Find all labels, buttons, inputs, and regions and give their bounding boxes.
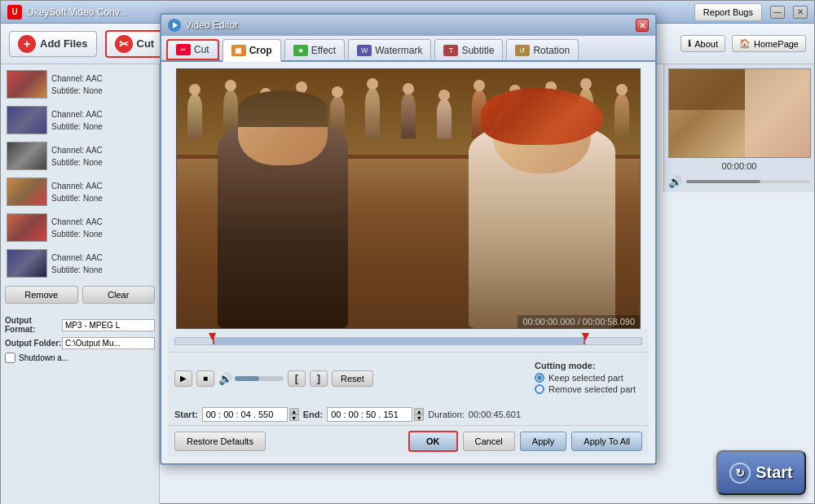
cancel-button[interactable]: Cancel xyxy=(463,432,515,451)
tab-cut[interactable]: ✂ Cut xyxy=(166,39,219,60)
video-time-display: 00:00:00.000 / 00:00:58.090 xyxy=(518,315,640,328)
cut-button[interactable]: ✂ Cut xyxy=(105,30,165,58)
tab-rotation[interactable]: ↺ Rotation xyxy=(506,39,579,60)
duration-value: 00:00:45.601 xyxy=(469,410,521,419)
person-6 xyxy=(365,88,380,138)
start-up-arrow[interactable]: ▲ xyxy=(289,408,299,414)
shutdown-label: Shutdown a... xyxy=(19,353,68,362)
tab-effect[interactable]: ★ Effect xyxy=(284,39,345,60)
output-folder-row: Output Folder: C:\Output Mu... xyxy=(5,337,155,349)
ok-button[interactable]: OK xyxy=(408,431,458,452)
volume-ctrl-slider[interactable] xyxy=(235,376,284,381)
reset-button[interactable]: Reset xyxy=(332,370,373,387)
subtitle-info: Subtitle: None xyxy=(51,228,103,240)
video-editor-dialog: Video Editor ✕ ✂ Cut ▣ Crop ★ Effect W W… xyxy=(160,13,657,465)
play-button[interactable]: ▶ xyxy=(174,370,192,387)
dialog-icon xyxy=(168,19,181,32)
video-preview: 00:00:00.000 / 00:00:58.090 xyxy=(176,68,641,329)
tab-crop-label: Crop xyxy=(249,45,272,56)
end-time-input[interactable]: 00 : 00 : 50 . 151 xyxy=(327,407,412,422)
mark-in-button[interactable]: [ xyxy=(288,370,306,387)
homepage-button[interactable]: 🏠 HomePage xyxy=(732,35,806,52)
person-13 xyxy=(615,94,629,138)
start-time-input[interactable]: 00 : 00 : 04 . 550 xyxy=(202,407,288,422)
output-folder-label: Output Folder: xyxy=(5,339,62,348)
end-time-field: 00 : 00 : 50 . 151 ▲ ▼ xyxy=(327,407,424,422)
subtitle-info: Subtitle: None xyxy=(51,85,103,97)
file-thumbnail xyxy=(7,106,47,134)
add-files-label: Add Files xyxy=(40,37,88,50)
dialog-tabs: ✂ Cut ▣ Crop ★ Effect W Watermark T Subt… xyxy=(161,36,655,62)
file-list-panel: Channel: AAC Subtitle: None Channel: AAC… xyxy=(1,64,160,504)
volume-ctrl-icon: 🔊 xyxy=(218,372,232,385)
right-toolbar: Report Bugs — ✕ xyxy=(694,3,808,21)
output-format-row: Output Format: MP3 - MPEG L xyxy=(5,316,155,334)
preview-video xyxy=(668,68,811,158)
end-down-arrow[interactable]: ▼ xyxy=(414,414,424,421)
remove-selected-radio[interactable] xyxy=(535,384,544,394)
rose-head xyxy=(493,92,591,173)
volume-slider[interactable] xyxy=(686,180,810,183)
end-time-value: 00 : 00 : 50 . 151 xyxy=(331,410,399,419)
channel-info: Channel: AAC xyxy=(51,72,103,85)
cut-icon: ✂ xyxy=(115,35,133,53)
restore-defaults-button[interactable]: Restore Defaults xyxy=(174,432,266,451)
start-down-arrow[interactable]: ▼ xyxy=(289,414,299,421)
start-time-value: 00 : 00 : 04 . 550 xyxy=(206,410,274,419)
remove-button[interactable]: Remove xyxy=(5,286,78,304)
crop-tab-icon: ▣ xyxy=(231,45,246,56)
timeline-area: ▼ ▼ xyxy=(168,329,649,352)
keep-selected-row: Keep selected part xyxy=(535,373,636,383)
file-thumbnail xyxy=(7,249,47,278)
person-8 xyxy=(437,99,452,138)
volume-fill xyxy=(686,180,760,183)
file-info: Channel: AAC Subtitle: None xyxy=(51,144,103,169)
dialog-body: 00:00:00.000 / 00:00:58.090 ▼ ▼ ▶ ■ 🔊 xyxy=(161,62,655,463)
output-folder-value[interactable]: C:\Output Mu... xyxy=(62,337,155,349)
end-time-spinner[interactable]: ▲ ▼ xyxy=(414,408,424,421)
main-app: U UkeySoft Video Conv... Report Bugs — ✕… xyxy=(0,0,815,504)
shutdown-checkbox[interactable] xyxy=(5,353,15,363)
preview-time: 00:00:00 xyxy=(668,161,810,171)
tab-effect-label: Effect xyxy=(311,45,336,56)
channel-info: Channel: AAC xyxy=(51,180,103,192)
end-label: End: xyxy=(303,410,323,419)
start-label: Start xyxy=(756,463,793,482)
app-icon: U xyxy=(7,5,22,20)
tab-watermark[interactable]: W Watermark xyxy=(348,39,431,60)
tab-cut-label: Cut xyxy=(194,44,209,55)
clear-button[interactable]: Clear xyxy=(82,286,156,304)
rose-hair xyxy=(481,88,603,145)
tab-subtitle-label: Subtitle xyxy=(461,45,494,56)
file-list-buttons: Remove Clear xyxy=(5,286,155,304)
keep-selected-radio[interactable] xyxy=(535,373,544,383)
volume-row: 🔊 xyxy=(668,175,810,188)
volume-ctrl-fill xyxy=(235,376,259,381)
stop-button[interactable]: ■ xyxy=(196,370,214,387)
rose-container xyxy=(469,92,615,328)
start-button[interactable]: ↻ Start xyxy=(716,450,806,495)
output-settings: Output Format: MP3 - MPEG L Output Folde… xyxy=(5,316,155,363)
person-1 xyxy=(187,94,202,138)
tab-crop[interactable]: ▣ Crop xyxy=(222,39,281,62)
output-format-value[interactable]: MP3 - MPEG L xyxy=(62,319,155,331)
start-time-spinner[interactable]: ▲ ▼ xyxy=(289,408,299,421)
tab-subtitle[interactable]: T Subtitle xyxy=(434,39,503,60)
timeline-bar[interactable]: ▼ ▼ xyxy=(174,337,642,345)
jack-container xyxy=(218,92,348,328)
file-info: Channel: AAC Subtitle: None xyxy=(51,180,103,204)
end-up-arrow[interactable]: ▲ xyxy=(414,408,424,414)
close-button[interactable]: ✕ xyxy=(793,6,808,19)
start-icon: ↻ xyxy=(729,462,751,484)
report-bugs-button[interactable]: Report Bugs xyxy=(694,3,762,21)
about-button[interactable]: ℹ About xyxy=(681,35,725,52)
apply-to-all-button[interactable]: Apply To All xyxy=(571,432,642,451)
mark-out-button[interactable]: ] xyxy=(310,370,328,387)
add-files-button[interactable]: + Add Files xyxy=(9,31,97,57)
dialog-close-button[interactable]: ✕ xyxy=(636,19,649,32)
channel-info: Channel: AAC xyxy=(51,144,103,156)
apply-button[interactable]: Apply xyxy=(520,432,567,451)
timeline-right-arrow: ▼ xyxy=(579,330,592,343)
minimize-button[interactable]: — xyxy=(770,6,785,19)
homepage-label: HomePage xyxy=(754,39,799,49)
